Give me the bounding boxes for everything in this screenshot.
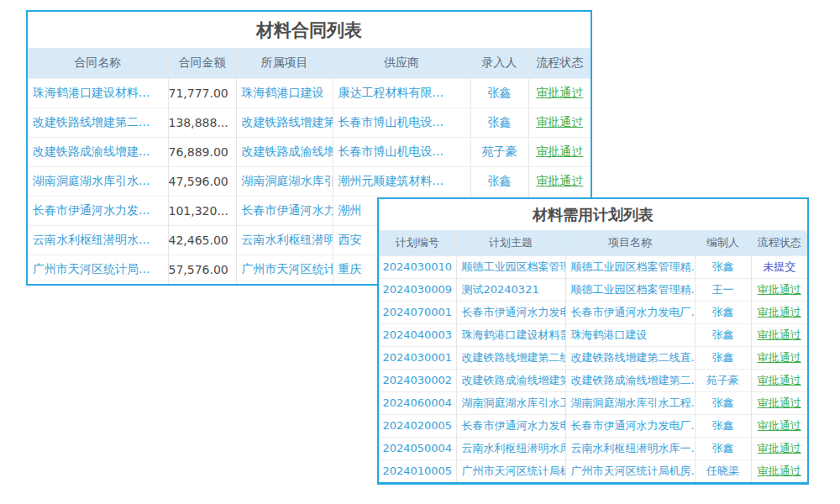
recorder-link[interactable]: 苑子豪: [470, 137, 528, 166]
project-name-link[interactable]: 云南水利枢纽潜明水库一...: [565, 437, 695, 459]
flow-status-link[interactable]: 审批通过: [751, 459, 807, 482]
supplier-link[interactable]: 长春市博山机电设...: [333, 137, 470, 166]
supplier-link[interactable]: 潮州元顺建筑材料...: [333, 166, 470, 196]
plan-table-row[interactable]: 2024020005 长春市伊通河水力发电... 长春市伊通河水力发电厂... …: [379, 414, 807, 437]
plan-table-row[interactable]: 2024040003 珠海鹤港口建设材料需... 珠海鹤港口建设 张鑫 审批通过: [379, 323, 807, 346]
plan-subject-link[interactable]: 云南水利枢纽潜明水库...: [456, 437, 565, 459]
plan-table-row[interactable]: 2024060004 湖南洞庭湖水库引水工... 湖南洞庭湖水库引水工程... …: [379, 391, 807, 414]
plan-table-row[interactable]: 2024010005 广州市天河区统计局机... 广州市天河区统计局机房... …: [379, 459, 807, 482]
plan-table-title: 材料需用计划列表: [379, 199, 807, 231]
project-name-link[interactable]: 珠海鹤港口建设: [565, 323, 695, 346]
plan-no-link[interactable]: 2024050004: [379, 437, 456, 459]
compiler-link[interactable]: 张鑫: [695, 255, 751, 278]
supplier-link[interactable]: 长春市博山机电设...: [333, 108, 470, 137]
compiler-link[interactable]: 苑子豪: [695, 369, 751, 391]
recorder-link[interactable]: 张鑫: [470, 166, 528, 196]
flow-status-link[interactable]: 审批通过: [528, 108, 591, 137]
compiler-link[interactable]: 王一: [695, 278, 751, 301]
contract-name-link[interactable]: 长春市伊通河水力发...: [28, 196, 168, 225]
flow-status-link[interactable]: 审批通过: [751, 346, 807, 369]
contract-table-row[interactable]: 珠海鹤港口建设材料... 71,777.00 珠海鹤港口建设 康达工程材料有限.…: [28, 78, 591, 108]
project-name-link[interactable]: 长春市伊通河水力发电厂...: [565, 414, 695, 437]
plan-table-body: 2024030010 顺德工业园区档案管理... 顺德工业园区档案管理精... …: [379, 255, 807, 482]
flow-status-link[interactable]: 审批通过: [528, 166, 591, 196]
plan-subject-link[interactable]: 顺德工业园区档案管理...: [456, 255, 565, 278]
plan-subject-link[interactable]: 长春市伊通河水力发电...: [456, 301, 565, 323]
project-link[interactable]: 广州市天河区统计...: [236, 255, 333, 284]
contract-table-row[interactable]: 改建铁路线增建第二... 138,888... 改建铁路线增建第... 长春市博…: [28, 108, 591, 137]
plan-no-link[interactable]: 2024070001: [379, 301, 456, 323]
plan-subject-link[interactable]: 广州市天河区统计局机...: [456, 459, 565, 482]
project-name-link[interactable]: 改建铁路成渝线增建第二...: [565, 369, 695, 391]
contract-name-link[interactable]: 改建铁路成渝线增建...: [28, 137, 168, 166]
plan-table-row[interactable]: 2024030001 改建铁路线增建第二线... 改建铁路线增建第二线直... …: [379, 346, 807, 369]
project-link[interactable]: 改建铁路线增建第...: [236, 108, 333, 137]
project-link[interactable]: 湖南洞庭湖水库引...: [236, 166, 333, 196]
flow-status-link[interactable]: 审批通过: [751, 414, 807, 437]
plan-table-row[interactable]: 2024030009 测试20240321 顺德工业园区档案管理精... 王一 …: [379, 278, 807, 301]
compiler-link[interactable]: 张鑫: [695, 301, 751, 323]
plan-subject-link[interactable]: 测试20240321: [456, 278, 565, 301]
plan-subject-link[interactable]: 湖南洞庭湖水库引水工...: [456, 391, 565, 414]
plan-no-link[interactable]: 2024030002: [379, 369, 456, 391]
compiler-link[interactable]: 张鑫: [695, 346, 751, 369]
project-name-link[interactable]: 顺德工业园区档案管理精...: [565, 255, 695, 278]
project-link[interactable]: 改建铁路成渝线增...: [236, 137, 333, 166]
compiler-link[interactable]: 张鑫: [695, 437, 751, 459]
project-name-link[interactable]: 改建铁路线增建第二线直...: [565, 346, 695, 369]
plan-table-row[interactable]: 2024030002 改建铁路成渝线增建第... 改建铁路成渝线增建第二... …: [379, 369, 807, 391]
contract-table-row[interactable]: 改建铁路成渝线增建... 76,889.00 改建铁路成渝线增... 长春市博山…: [28, 137, 591, 166]
recorder-link[interactable]: 张鑫: [470, 108, 528, 137]
contract-amount-value: 42,465.00: [168, 225, 236, 255]
project-link[interactable]: 长春市伊通河水力...: [236, 196, 333, 225]
plan-no-link[interactable]: 2024030001: [379, 346, 456, 369]
project-link[interactable]: 云南水利枢纽潜明...: [236, 225, 333, 255]
compiler-link[interactable]: 任晓渠: [695, 459, 751, 482]
plan-table-row[interactable]: 2024030010 顺德工业园区档案管理... 顺德工业园区档案管理精... …: [379, 255, 807, 278]
plan-no-link[interactable]: 2024030009: [379, 278, 456, 301]
page: 材料合同列表 合同名称 合同金额 所属项目 供应商 录入人 流程状态: [0, 0, 840, 504]
column-header-project-name: 项目名称: [565, 231, 695, 255]
column-header-plan-no: 计划编号: [379, 231, 456, 255]
contract-table-row[interactable]: 湖南洞庭湖水库引水... 47,596.00 湖南洞庭湖水库引... 潮州元顺建…: [28, 166, 591, 196]
flow-status-link[interactable]: 审批通过: [751, 437, 807, 459]
plan-table-row[interactable]: 2024050004 云南水利枢纽潜明水库... 云南水利枢纽潜明水库一... …: [379, 437, 807, 459]
plan-no-link[interactable]: 2024010005: [379, 459, 456, 482]
flow-status-link[interactable]: 审批通过: [751, 369, 807, 391]
plan-subject-link[interactable]: 珠海鹤港口建设材料需...: [456, 323, 565, 346]
contract-name-link[interactable]: 珠海鹤港口建设材料...: [28, 78, 168, 108]
plan-no-link[interactable]: 2024040003: [379, 323, 456, 346]
project-link[interactable]: 珠海鹤港口建设: [236, 78, 333, 108]
flow-status-link[interactable]: 审批通过: [751, 301, 807, 323]
project-name-link[interactable]: 长春市伊通河水力发电厂...: [565, 301, 695, 323]
plan-table-card: 材料需用计划列表 计划编号 计划主题 项目名称 编制人 流程状态 20: [377, 197, 809, 485]
contract-name-link[interactable]: 云南水利枢纽潜明水...: [28, 225, 168, 255]
plan-table-row[interactable]: 2024070001 长春市伊通河水力发电... 长春市伊通河水力发电厂... …: [379, 301, 807, 323]
project-name-link[interactable]: 广州市天河区统计局机房...: [565, 459, 695, 482]
plan-subject-link[interactable]: 长春市伊通河水力发电...: [456, 414, 565, 437]
contract-name-link[interactable]: 湖南洞庭湖水库引水...: [28, 166, 168, 196]
recorder-link[interactable]: 张鑫: [470, 78, 528, 108]
flow-status-link[interactable]: 审批通过: [751, 323, 807, 346]
project-name-link[interactable]: 湖南洞庭湖水库引水工程...: [565, 391, 695, 414]
plan-subject-link[interactable]: 改建铁路线增建第二线...: [456, 346, 565, 369]
plan-subject-link[interactable]: 改建铁路成渝线增建第...: [456, 369, 565, 391]
flow-status-link[interactable]: 审批通过: [751, 278, 807, 301]
compiler-link[interactable]: 张鑫: [695, 323, 751, 346]
flow-status-link[interactable]: 审批通过: [528, 137, 591, 166]
plan-no-link[interactable]: 2024020005: [379, 414, 456, 437]
contract-name-link[interactable]: 改建铁路线增建第二...: [28, 108, 168, 137]
flow-status-link[interactable]: 审批通过: [751, 391, 807, 414]
project-name-link[interactable]: 顺德工业园区档案管理精...: [565, 278, 695, 301]
supplier-link[interactable]: 康达工程材料有限...: [333, 78, 470, 108]
flow-status-link[interactable]: 未提交: [751, 255, 807, 278]
column-header-compiler: 编制人: [695, 231, 751, 255]
flow-status-link[interactable]: 审批通过: [528, 78, 591, 108]
column-header-contract-name: 合同名称: [28, 49, 168, 78]
column-header-recorder: 录入人: [470, 49, 528, 78]
plan-no-link[interactable]: 2024030010: [379, 255, 456, 278]
plan-no-link[interactable]: 2024060004: [379, 391, 456, 414]
compiler-link[interactable]: 张鑫: [695, 414, 751, 437]
contract-name-link[interactable]: 广州市天河区统计局...: [28, 255, 168, 284]
compiler-link[interactable]: 张鑫: [695, 391, 751, 414]
